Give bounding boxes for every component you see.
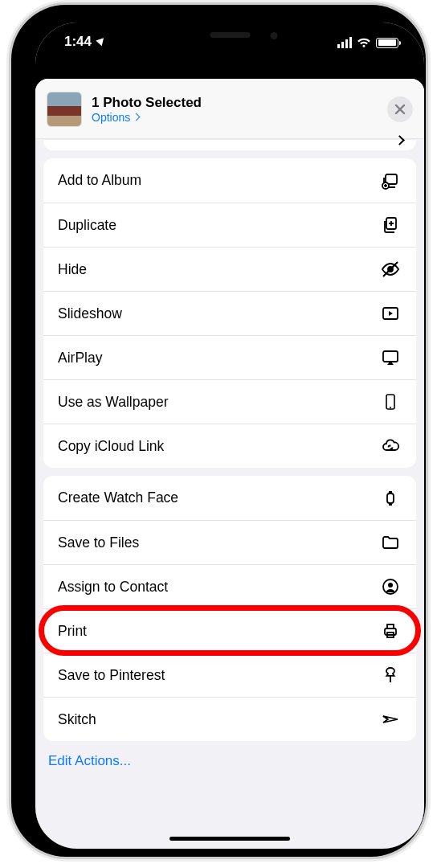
home-indicator[interactable] [169, 837, 290, 841]
folder-icon [379, 533, 402, 552]
svg-rect-7 [387, 493, 394, 503]
slideshow-icon [379, 304, 402, 323]
action-group-1: Add to Album Duplic [43, 158, 416, 468]
icloud-link-icon [379, 436, 402, 456]
header-title: 1 Photo Selected [92, 94, 378, 111]
add-album-icon [379, 171, 402, 190]
location-icon [96, 35, 106, 45]
svg-rect-11 [387, 624, 394, 628]
row-save-to-files[interactable]: Save to Files [43, 520, 416, 564]
row-create-watch-face[interactable]: Create Watch Face [43, 476, 416, 520]
airplay-icon [379, 348, 402, 367]
battery-icon [376, 38, 398, 48]
status-time: 1:44 [64, 34, 92, 50]
wifi-icon [357, 38, 371, 48]
row-airplay[interactable]: AirPlay [43, 335, 416, 379]
action-group-2: Create Watch Face Save to Files [43, 476, 416, 741]
pin-icon [379, 665, 402, 685]
row-hide[interactable]: Hide [43, 247, 416, 291]
sheet-header: 1 Photo Selected Options [35, 79, 424, 139]
phone-frame: 1:44 1 Photo Selected Options [11, 5, 426, 857]
options-button[interactable]: Options [92, 111, 378, 125]
svg-point-9 [388, 583, 393, 588]
share-sheet: 1 Photo Selected Options Add to A [35, 79, 424, 849]
row-copy-icloud-link[interactable]: Copy iCloud Link [43, 424, 416, 468]
row-save-to-pinterest[interactable]: Save to Pinterest [43, 653, 416, 697]
printer-icon [379, 621, 402, 641]
previous-group-peek[interactable] [43, 139, 416, 150]
row-slideshow[interactable]: Slideshow [43, 291, 416, 335]
duplicate-icon [379, 215, 402, 235]
skitch-icon [379, 710, 402, 729]
row-skitch[interactable]: Skitch [43, 697, 416, 741]
close-icon [394, 104, 406, 115]
row-use-as-wallpaper[interactable]: Use as Wallpaper [43, 379, 416, 424]
wallpaper-icon [379, 392, 402, 411]
hide-icon [379, 260, 402, 279]
notch [136, 23, 325, 50]
row-add-to-album[interactable]: Add to Album [43, 158, 416, 203]
cellular-signal-icon [337, 37, 353, 48]
watch-icon [379, 489, 402, 508]
photo-thumbnail[interactable] [47, 92, 82, 127]
row-duplicate[interactable]: Duplicate [43, 203, 416, 247]
screen: 1:44 1 Photo Selected Options [35, 23, 424, 849]
close-button[interactable] [387, 96, 413, 122]
row-assign-to-contact[interactable]: Assign to Contact [43, 564, 416, 608]
svg-rect-5 [383, 351, 398, 362]
contact-icon [379, 577, 402, 596]
edit-actions-button[interactable]: Edit Actions... [43, 741, 416, 780]
row-print[interactable]: Print [43, 608, 416, 653]
